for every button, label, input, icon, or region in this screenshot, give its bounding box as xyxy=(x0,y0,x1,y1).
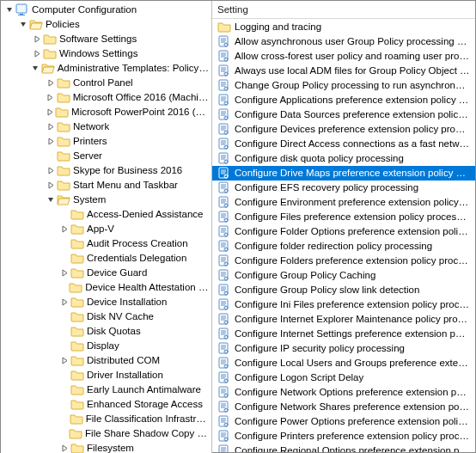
tree-item[interactable]: Microsoft PowerPoint 2016 (Machine) xyxy=(1,105,211,119)
setting-row[interactable]: Configure Printers preference extension … xyxy=(212,429,475,444)
tree-item[interactable]: Device Health Attestation Service xyxy=(1,280,211,294)
expand-icon[interactable] xyxy=(46,136,56,146)
setting-row[interactable]: Change Group Policy processing to run as… xyxy=(212,78,475,93)
collapse-icon[interactable] xyxy=(46,194,56,205)
settings-list[interactable]: Logging and tracingAllow asynchronous us… xyxy=(212,19,475,452)
tree-item[interactable]: Disk NV Cache xyxy=(1,309,211,323)
setting-row[interactable]: Configure disk quota policy processing xyxy=(212,151,475,166)
expand-icon[interactable] xyxy=(59,267,70,278)
expand-icon[interactable] xyxy=(46,121,56,132)
svg-rect-111 xyxy=(219,431,228,441)
tree-item[interactable]: Filesystem xyxy=(1,441,211,453)
setting-row[interactable]: Configure Network Options preference ext… xyxy=(212,385,475,400)
folder-icon xyxy=(55,106,69,118)
tree-item[interactable]: Device Installation xyxy=(1,295,211,309)
setting-row[interactable]: Configure Group Policy slow link detecti… xyxy=(212,283,475,297)
tree-item[interactable]: App-V xyxy=(1,222,211,236)
folder-icon xyxy=(70,442,84,453)
setting-row[interactable]: Configure Folders preference extension p… xyxy=(212,254,475,268)
setting-row[interactable]: Configure Internet Explorer Maintenance … xyxy=(212,312,475,327)
tree-item[interactable]: Skype for Business 2016 xyxy=(1,163,211,177)
svg-rect-19 xyxy=(219,95,228,105)
setting-row[interactable]: Configure Local Users and Groups prefere… xyxy=(212,356,475,370)
tree-item[interactable]: System xyxy=(1,193,211,206)
folder-icon xyxy=(70,237,84,249)
setting-label: Configure EFS recovery policy processing xyxy=(235,181,418,194)
setting-row[interactable]: Configure Network Shares preference exte… xyxy=(212,400,475,414)
expand-icon[interactable] xyxy=(59,443,70,453)
setting-label: Configure Local Users and Groups prefere… xyxy=(235,356,470,370)
column-header-setting[interactable]: Setting xyxy=(212,1,475,19)
tree-item[interactable]: Policies xyxy=(1,17,211,31)
setting-row[interactable]: Configure Group Policy Caching xyxy=(212,268,475,283)
setting-row[interactable]: Always use local ADM files for Group Pol… xyxy=(212,64,475,78)
expand-icon[interactable] xyxy=(32,48,42,58)
expand-icon[interactable] xyxy=(59,297,70,307)
expand-icon[interactable] xyxy=(46,165,56,175)
tree-item[interactable]: Distributed COM xyxy=(1,353,211,367)
tree-item[interactable]: Start Menu and Taskbar xyxy=(1,178,211,192)
setting-row[interactable]: Allow cross-forest user policy and roami… xyxy=(212,49,475,64)
policy-setting-icon xyxy=(217,342,231,354)
svg-rect-31 xyxy=(219,138,228,149)
collapse-icon[interactable] xyxy=(32,63,40,73)
tree-item[interactable]: Printers xyxy=(1,134,211,148)
tree-item[interactable]: Access-Denied Assistance xyxy=(1,207,211,221)
tree-item[interactable]: Control Panel xyxy=(1,76,211,89)
setting-row[interactable]: Configure Applications preference extens… xyxy=(212,93,475,107)
tree-item[interactable]: Computer Configuration xyxy=(1,3,211,16)
setting-row[interactable]: Configure Regional Options preference ex… xyxy=(212,444,475,452)
tree-item-label: File Classification Infrastructure xyxy=(86,412,210,425)
tree-item[interactable]: Audit Process Creation xyxy=(1,236,211,250)
expand-icon[interactable] xyxy=(32,34,42,44)
tree-item[interactable]: Driver Installation xyxy=(1,368,211,382)
tree-item[interactable]: Software Settings xyxy=(1,32,211,46)
setting-row[interactable]: Configure Data Sources preference extens… xyxy=(212,107,475,122)
setting-row[interactable]: Configure Logon Script Delay xyxy=(212,370,475,385)
setting-label: Configure Network Options preference ext… xyxy=(235,385,470,399)
tree-item[interactable]: Enhanced Storage Access xyxy=(1,397,211,411)
tree-item[interactable]: Device Guard xyxy=(1,266,211,279)
setting-row[interactable]: Configure Ini Files preference extension… xyxy=(212,297,475,312)
tree-item[interactable]: Windows Settings xyxy=(1,46,211,60)
tree-item[interactable]: Microsoft Office 2016 (Machine) xyxy=(1,90,211,104)
tree-item-label: Distributed COM xyxy=(87,353,160,367)
tree-pane[interactable]: Computer ConfigurationPoliciesSoftware S… xyxy=(1,1,212,453)
collapse-icon[interactable] xyxy=(18,19,28,29)
setting-row[interactable]: Logging and tracing xyxy=(212,20,475,34)
folder-icon xyxy=(70,340,84,352)
tree-item[interactable]: Display xyxy=(1,339,211,352)
tree-item[interactable]: Disk Quotas xyxy=(1,324,211,338)
setting-row[interactable]: Configure folder redirection policy proc… xyxy=(212,239,475,254)
expand-icon[interactable] xyxy=(46,92,56,102)
tree-item[interactable]: File Share Shadow Copy Provider xyxy=(1,426,211,440)
setting-row[interactable]: Configure Power Options preference exten… xyxy=(212,414,475,429)
tree-item[interactable]: Administrative Templates: Policy definit… xyxy=(1,61,211,75)
setting-row[interactable]: Configure EFS recovery policy processing xyxy=(212,181,475,195)
tree-item-label: Access-Denied Assistance xyxy=(87,207,204,221)
setting-row[interactable]: Configure Drive Maps preference extensio… xyxy=(212,166,475,181)
expand-icon[interactable] xyxy=(46,107,54,117)
setting-row[interactable]: Allow asynchronous user Group Policy pro… xyxy=(212,34,475,49)
expand-icon[interactable] xyxy=(46,77,56,88)
setting-row[interactable]: Configure Files preference extension pol… xyxy=(212,210,475,224)
tree-item[interactable]: Early Launch Antimalware xyxy=(1,383,211,396)
setting-row[interactable]: Configure Direct Access connections as a… xyxy=(212,137,475,151)
folder-icon xyxy=(57,150,70,162)
tree-item[interactable]: File Classification Infrastructure xyxy=(1,412,211,425)
setting-row[interactable]: Configure Devices preference extension p… xyxy=(212,122,475,137)
setting-row[interactable]: Configure Internet Settings preference e… xyxy=(212,327,475,341)
tree-item[interactable]: Credentials Delegation xyxy=(1,251,211,265)
expand-icon[interactable] xyxy=(59,355,70,365)
tree-item[interactable]: Server xyxy=(1,149,211,162)
setting-row[interactable]: Configure IP security policy processing xyxy=(212,341,475,356)
tree-item[interactable]: Network xyxy=(1,119,211,133)
folder-icon xyxy=(70,266,84,279)
collapse-icon[interactable] xyxy=(4,4,15,15)
tree-item-label: Enhanced Storage Access xyxy=(87,397,203,411)
setting-row[interactable]: Configure Environment preference extensi… xyxy=(212,195,475,210)
setting-row[interactable]: Configure Folder Options preference exte… xyxy=(212,224,475,239)
svg-rect-103 xyxy=(219,401,228,412)
expand-icon[interactable] xyxy=(59,223,70,234)
expand-icon[interactable] xyxy=(46,180,56,190)
